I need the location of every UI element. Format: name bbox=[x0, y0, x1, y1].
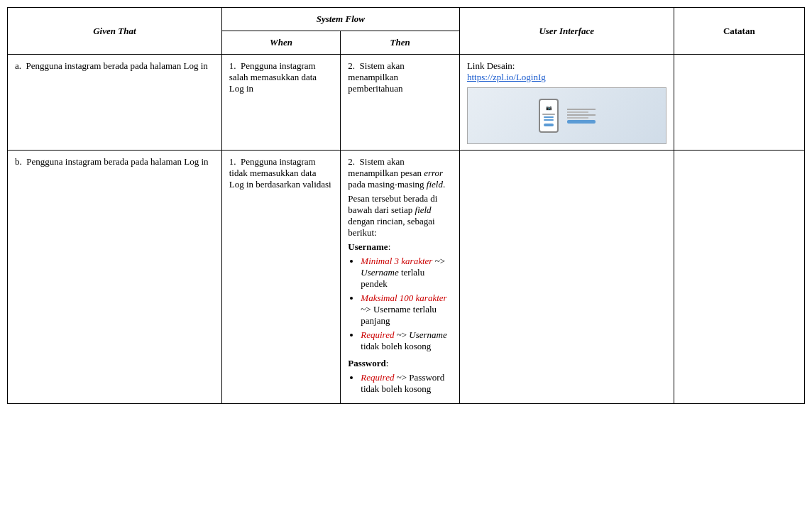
given-that-b: b. Pengguna instagram berada pada halama… bbox=[8, 151, 222, 404]
table-row: a. Pengguna instagram berada pada halama… bbox=[8, 55, 805, 151]
when-b: 1. Pengguna instagram tidak memasukkan d… bbox=[221, 151, 341, 404]
header-then: Then bbox=[341, 31, 460, 55]
list-item: Required ~> Username tidak boleh kosong bbox=[361, 329, 452, 352]
header-system-flow: System Flow bbox=[221, 8, 459, 31]
when-a: 1. Pengguna instagram salah memasukkan d… bbox=[221, 55, 341, 151]
catatan-b bbox=[674, 151, 804, 404]
header-given-that: Given That bbox=[8, 8, 222, 55]
header-catatan: Catatan bbox=[674, 8, 804, 55]
list-item: Maksimal 100 karakter ~> Username terlal… bbox=[361, 292, 452, 327]
table-row: b. Pengguna instagram berada pada halama… bbox=[8, 151, 805, 404]
header-when: When bbox=[221, 31, 341, 55]
ui-link-a[interactable]: https://zpl.io/LoginIg bbox=[467, 72, 546, 82]
ui-screenshot-a: 📷 bbox=[467, 87, 666, 144]
list-item: Minimal 3 karakter ~> Username terlalu p… bbox=[361, 256, 452, 290]
list-item: Required ~> Password tidak boleh kosong bbox=[361, 372, 452, 395]
username-bullets: Minimal 3 karakter ~> Username terlalu p… bbox=[348, 256, 452, 352]
ui-b bbox=[459, 151, 674, 404]
header-user-interface: User Interface bbox=[459, 8, 674, 55]
password-bullets: Required ~> Password tidak boleh kosong bbox=[348, 372, 452, 395]
then-a: 2. Sistem akan menampilkan pemberitahuan bbox=[341, 55, 460, 151]
given-that-a: a. Pengguna instagram berada pada halama… bbox=[8, 55, 222, 151]
then-b: 2. Sistem akan menampilkan pesan error p… bbox=[341, 151, 460, 404]
ui-a: Link Desain: https://zpl.io/LoginIg 📷 bbox=[459, 55, 674, 151]
catatan-a bbox=[674, 55, 804, 151]
